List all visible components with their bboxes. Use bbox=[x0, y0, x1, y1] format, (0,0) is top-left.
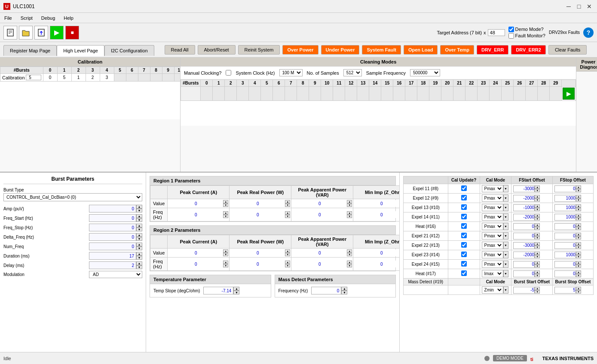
play-button[interactable]: ▶ bbox=[50, 26, 64, 39]
r1-val-1[interactable]: ▲▼ bbox=[230, 199, 291, 208]
target-address-input[interactable] bbox=[488, 29, 505, 36]
expel14-fstop[interactable] bbox=[554, 214, 576, 221]
maximize-button[interactable]: □ bbox=[575, 2, 583, 11]
minimize-button[interactable]: ─ bbox=[564, 2, 573, 11]
r1-val-2-input[interactable] bbox=[292, 200, 347, 207]
heat17-checkbox[interactable] bbox=[461, 270, 467, 276]
drv-err-button[interactable]: DRV_ERR bbox=[477, 45, 508, 55]
expel21-checkbox[interactable] bbox=[461, 233, 467, 238]
heat17-fstop[interactable] bbox=[554, 270, 576, 277]
samples-select[interactable]: 512 bbox=[343, 69, 362, 76]
run-button[interactable]: ▶ bbox=[563, 88, 575, 100]
expel23-mode[interactable]: Pmax bbox=[482, 251, 503, 258]
export-button[interactable] bbox=[34, 26, 48, 39]
abort-reset-button[interactable]: Abort/Reset bbox=[198, 45, 236, 55]
temp-slope-down[interactable]: ▼ bbox=[233, 291, 239, 294]
expel21-mode[interactable]: Pmax bbox=[482, 232, 503, 240]
param-amp-up[interactable]: ▲ bbox=[136, 205, 142, 209]
demo-mode-label[interactable]: Demo Mode? bbox=[508, 27, 545, 32]
expel12-fstart[interactable] bbox=[513, 195, 535, 202]
help-button[interactable]: ? bbox=[583, 27, 594, 38]
param-freqstart-down[interactable]: ▼ bbox=[136, 218, 142, 222]
expel12-mode[interactable]: Pmax bbox=[482, 194, 503, 202]
expel13-fstop[interactable] bbox=[554, 204, 576, 211]
reinit-system-button[interactable]: Reinit System bbox=[238, 45, 280, 55]
expel24-fstop[interactable] bbox=[554, 261, 576, 268]
mass-bstart-input[interactable] bbox=[513, 287, 535, 294]
param-deltafreq-up[interactable]: ▲ bbox=[136, 233, 142, 237]
heat16-fstop[interactable] bbox=[554, 223, 576, 230]
fault-monitor-label[interactable]: Fault Monitor? bbox=[508, 33, 545, 39]
temp-slope-up[interactable]: ▲ bbox=[233, 287, 239, 291]
tab-i2c-config[interactable]: I2C Configuration bbox=[104, 45, 154, 56]
menu-file[interactable]: File bbox=[0, 15, 16, 21]
heat16-fstart[interactable] bbox=[513, 223, 535, 230]
expel12-checkbox[interactable] bbox=[461, 195, 467, 200]
tab-register-map[interactable]: Register Map Page bbox=[3, 45, 57, 56]
heat17-fstart[interactable] bbox=[513, 270, 535, 277]
fault-monitor-checkbox[interactable] bbox=[508, 33, 514, 39]
param-deltafreq-input[interactable] bbox=[89, 233, 136, 241]
expel13-checkbox[interactable] bbox=[461, 204, 467, 210]
param-delay-up[interactable]: ▲ bbox=[136, 261, 142, 265]
heat17-mode[interactable]: Imax bbox=[482, 270, 503, 277]
expel11-mode[interactable]: Pmax bbox=[482, 185, 503, 192]
heat16-mode[interactable]: Pmax bbox=[482, 223, 503, 230]
system-fault-button[interactable]: System Fault bbox=[362, 45, 401, 55]
menu-script[interactable]: Script bbox=[16, 15, 37, 21]
read-all-button[interactable]: Read All bbox=[165, 45, 195, 55]
r1-val-3[interactable]: ▲▼ bbox=[353, 199, 399, 208]
under-power-button[interactable]: Under Power bbox=[321, 45, 360, 55]
mass-bstop-input[interactable] bbox=[554, 287, 576, 294]
heat16-checkbox[interactable] bbox=[461, 223, 467, 229]
param-freqstop-up[interactable]: ▲ bbox=[136, 224, 142, 228]
param-numfreq-up[interactable]: ▲ bbox=[136, 243, 142, 246]
param-numfreq-down[interactable]: ▼ bbox=[136, 246, 142, 250]
param-amp-input[interactable] bbox=[89, 205, 136, 212]
r1-val-3-input[interactable] bbox=[354, 200, 399, 207]
param-amp-down[interactable]: ▼ bbox=[136, 209, 142, 212]
expel23-fstop[interactable] bbox=[554, 252, 576, 258]
cal-val-1[interactable] bbox=[57, 74, 71, 82]
over-temp-button[interactable]: Over Temp bbox=[440, 45, 474, 55]
burst-type-select[interactable]: CONTROL_Burst_Cal_DcBias=0 (0) bbox=[3, 193, 142, 201]
r1-val-2[interactable]: ▲▼ bbox=[291, 199, 353, 208]
r1-val-0[interactable]: ▲▼ bbox=[168, 199, 230, 208]
clear-faults-button[interactable]: Clear Faults bbox=[548, 45, 587, 55]
r1-val-1-input[interactable] bbox=[230, 200, 285, 207]
expel23-fstart[interactable] bbox=[513, 252, 535, 258]
over-power-button[interactable]: Over Power bbox=[282, 45, 318, 55]
expel24-checkbox[interactable] bbox=[461, 261, 467, 267]
expel13-fstart[interactable] bbox=[513, 204, 535, 211]
manual-clocking-checkbox[interactable] bbox=[226, 70, 231, 76]
cal-val-2[interactable] bbox=[71, 74, 86, 82]
expel21-fstop[interactable] bbox=[554, 233, 576, 240]
cal-val-3[interactable] bbox=[86, 74, 100, 82]
expel12-fstop[interactable] bbox=[554, 195, 576, 202]
expel22-checkbox[interactable] bbox=[461, 242, 467, 248]
param-freqstop-down[interactable]: ▼ bbox=[136, 228, 142, 231]
expel21-fstart[interactable] bbox=[513, 233, 535, 240]
system-clock-select[interactable]: 100 M bbox=[279, 69, 303, 76]
menu-debug[interactable]: Debug bbox=[37, 15, 59, 21]
param-duration-up[interactable]: ▲ bbox=[136, 252, 142, 256]
menu-help[interactable]: Help bbox=[59, 15, 78, 21]
tab-high-level[interactable]: High Level Page bbox=[57, 45, 104, 56]
expel11-checkbox[interactable] bbox=[461, 185, 467, 191]
stop-button[interactable]: ■ bbox=[65, 26, 79, 39]
cal-val-4[interactable] bbox=[100, 74, 114, 82]
expel24-fstart[interactable] bbox=[513, 261, 535, 268]
r1-freq-2[interactable]: ▲▼ bbox=[291, 208, 353, 221]
new-button[interactable] bbox=[3, 26, 17, 39]
demo-mode-checkbox[interactable] bbox=[508, 27, 514, 32]
param-duration-down[interactable]: ▼ bbox=[136, 256, 142, 260]
mass-freq-input[interactable] bbox=[311, 287, 341, 294]
expel22-fstart[interactable] bbox=[513, 242, 535, 249]
param-freqstop-input[interactable] bbox=[89, 224, 136, 231]
cal-val-0[interactable] bbox=[43, 74, 57, 82]
expel22-mode[interactable]: Pmax bbox=[482, 242, 503, 249]
r1-freq-0[interactable]: ▲▼ bbox=[168, 208, 230, 221]
mass-freq-down[interactable]: ▼ bbox=[341, 291, 347, 294]
r1-freq-1[interactable]: ▲▼ bbox=[230, 208, 291, 221]
expel24-mode[interactable]: Pmax bbox=[482, 261, 503, 268]
